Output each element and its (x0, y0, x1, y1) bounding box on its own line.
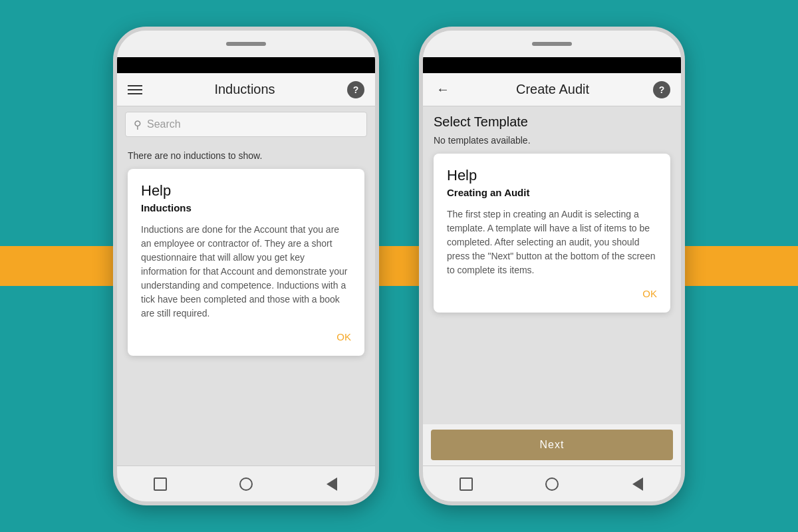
phone-screen-right: ← Create Audit ? Select Template No temp… (423, 57, 681, 501)
screen-content-left: There are no inductions to show. Help In… (117, 142, 375, 466)
phone-left: Inductions ? ⚲ Search There are no induc… (113, 27, 379, 505)
phone-screen-left: Inductions ? ⚲ Search There are no induc… (117, 57, 375, 501)
nav-square-icon-right[interactable] (457, 475, 475, 493)
search-icon: ⚲ (134, 118, 142, 131)
nav-triangle-icon-left[interactable] (323, 475, 341, 493)
next-button[interactable]: Next (431, 430, 673, 460)
help-button-left[interactable]: ? (347, 81, 364, 98)
section-title-right: Select Template (434, 114, 670, 130)
nav-circle-icon-right[interactable] (543, 475, 561, 493)
nav-title-left: Inductions (142, 82, 347, 97)
status-bar-left (117, 57, 375, 73)
phone-bottom-area-right: Next (423, 424, 681, 466)
next-button-label: Next (540, 439, 565, 451)
phone-speaker-right (532, 42, 572, 46)
empty-text-left: There are no inductions to show. (128, 150, 364, 161)
help-card-body-left: Inductions are done for the Account that… (141, 223, 351, 321)
search-placeholder: Search (147, 118, 181, 130)
nav-square-icon-left[interactable] (151, 475, 170, 493)
help-card-title-right: Help (447, 167, 657, 184)
phone-notch-left (117, 31, 375, 57)
search-input-left[interactable]: ⚲ Search (125, 112, 367, 137)
bottom-nav-left (117, 466, 375, 501)
help-card-body-right: The first step in creating an Audit is s… (447, 207, 657, 277)
nav-bar-right: ← Create Audit ? (423, 73, 681, 106)
help-card-right: Help Creating an Audit The first step in… (434, 154, 670, 313)
hamburger-icon[interactable] (128, 85, 142, 94)
help-button-right[interactable]: ? (653, 81, 670, 98)
phone-right: ← Create Audit ? Select Template No temp… (419, 27, 685, 505)
ok-button-left[interactable]: OK (141, 331, 351, 342)
phone-notch-right (423, 31, 681, 57)
nav-title-right: Create Audit (452, 82, 653, 97)
phones-container: Inductions ? ⚲ Search There are no induc… (113, 27, 685, 505)
search-container: ⚲ Search (117, 106, 375, 142)
ok-button-right[interactable]: OK (447, 288, 657, 299)
status-bar-right (423, 57, 681, 73)
nav-triangle-icon-right[interactable] (628, 475, 647, 493)
bottom-nav-right (423, 466, 681, 501)
nav-circle-icon-left[interactable] (237, 475, 255, 493)
help-card-subtitle-right: Creating an Audit (447, 187, 657, 198)
nav-bar-left: Inductions ? (117, 73, 375, 106)
back-button[interactable]: ← (434, 80, 452, 99)
screen-content-right: Select Template No templates available. … (423, 106, 681, 424)
help-card-title-left: Help (141, 182, 351, 200)
help-card-subtitle-left: Inductions (141, 202, 351, 213)
phone-speaker-left (226, 42, 266, 46)
empty-text-right: No templates available. (434, 135, 670, 146)
help-card-left: Help Inductions Inductions are done for … (128, 169, 364, 356)
